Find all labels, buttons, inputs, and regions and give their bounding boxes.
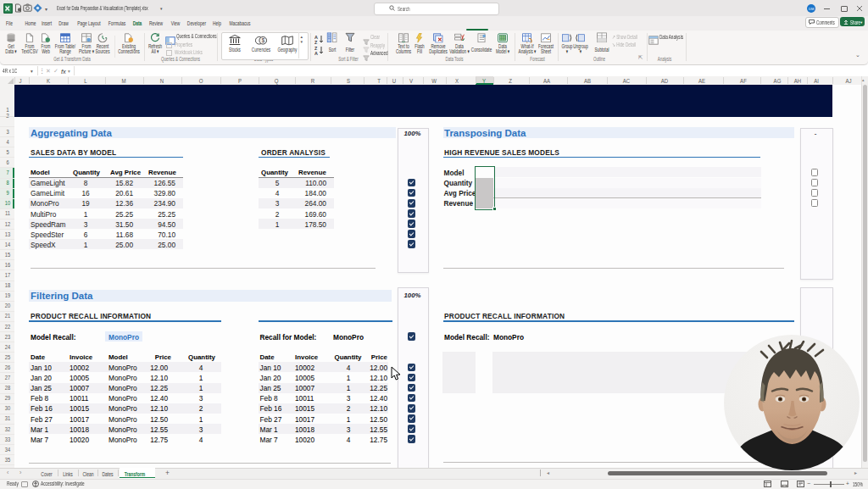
svg-text:A: A (314, 51, 318, 55)
svg-text:$: $ (262, 37, 265, 43)
